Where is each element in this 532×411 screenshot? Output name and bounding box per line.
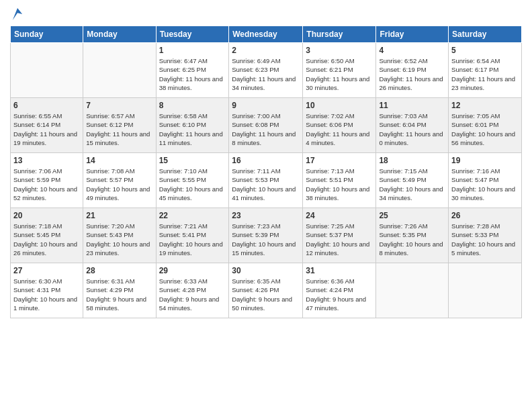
- day-number: 19: [451, 156, 519, 165]
- calendar-cell: 23Sunrise: 7:23 AM Sunset: 5:39 PM Dayli…: [229, 208, 303, 263]
- day-info: Sunrise: 7:10 AM Sunset: 5:55 PM Dayligh…: [159, 167, 226, 202]
- day-number: 27: [13, 266, 80, 275]
- calendar-cell: 24Sunrise: 7:25 AM Sunset: 5:37 PM Dayli…: [303, 208, 376, 263]
- day-info: Sunrise: 7:06 AM Sunset: 5:59 PM Dayligh…: [13, 167, 80, 202]
- week-row-3: 13Sunrise: 7:06 AM Sunset: 5:59 PM Dayli…: [11, 153, 522, 208]
- day-number: 20: [13, 211, 80, 220]
- calendar-cell: [11, 43, 83, 98]
- day-number: 21: [86, 211, 152, 220]
- day-number: 24: [306, 211, 373, 220]
- day-number: 23: [232, 211, 300, 220]
- day-number: 30: [232, 266, 300, 275]
- calendar-cell: 1Sunrise: 6:47 AM Sunset: 6:25 PM Daylig…: [156, 43, 229, 98]
- calendar-cell: 16Sunrise: 7:11 AM Sunset: 5:53 PM Dayli…: [229, 153, 303, 208]
- day-info: Sunrise: 7:11 AM Sunset: 5:53 PM Dayligh…: [232, 167, 300, 202]
- day-info: Sunrise: 6:35 AM Sunset: 4:26 PM Dayligh…: [232, 277, 300, 312]
- calendar-cell: 30Sunrise: 6:35 AM Sunset: 4:26 PM Dayli…: [229, 263, 303, 318]
- logo-text: [10, 7, 24, 21]
- day-number: 13: [13, 156, 80, 165]
- calendar-cell: 9Sunrise: 7:00 AM Sunset: 6:08 PM Daylig…: [229, 98, 303, 153]
- calendar-cell: 7Sunrise: 6:57 AM Sunset: 6:12 PM Daylig…: [83, 98, 156, 153]
- weekday-header-monday: Monday: [83, 26, 156, 43]
- day-info: Sunrise: 7:25 AM Sunset: 5:37 PM Dayligh…: [306, 222, 373, 257]
- day-info: Sunrise: 7:13 AM Sunset: 5:51 PM Dayligh…: [306, 167, 373, 202]
- day-number: 2: [232, 46, 300, 55]
- weekday-header-row: SundayMondayTuesdayWednesdayThursdayFrid…: [11, 26, 522, 43]
- day-info: Sunrise: 6:47 AM Sunset: 6:25 PM Dayligh…: [159, 56, 226, 92]
- day-number: 5: [451, 46, 519, 55]
- calendar-cell: [376, 263, 449, 318]
- day-number: 1: [159, 46, 226, 55]
- day-info: Sunrise: 7:23 AM Sunset: 5:39 PM Dayligh…: [232, 222, 300, 257]
- week-row-1: 1Sunrise: 6:47 AM Sunset: 6:25 PM Daylig…: [11, 43, 522, 98]
- day-info: Sunrise: 7:28 AM Sunset: 5:33 PM Dayligh…: [451, 222, 519, 257]
- day-number: 25: [379, 211, 445, 220]
- logo-area: [10, 7, 24, 21]
- day-number: 11: [379, 101, 445, 110]
- day-info: Sunrise: 6:57 AM Sunset: 6:12 PM Dayligh…: [86, 111, 152, 147]
- day-info: Sunrise: 6:50 AM Sunset: 6:21 PM Dayligh…: [306, 56, 373, 92]
- day-info: Sunrise: 6:52 AM Sunset: 6:19 PM Dayligh…: [379, 56, 445, 92]
- calendar-cell: 14Sunrise: 7:08 AM Sunset: 5:57 PM Dayli…: [83, 153, 156, 208]
- day-info: Sunrise: 6:33 AM Sunset: 4:28 PM Dayligh…: [159, 277, 226, 312]
- day-info: Sunrise: 6:58 AM Sunset: 6:10 PM Dayligh…: [159, 111, 226, 147]
- day-number: 17: [306, 156, 373, 165]
- calendar-cell: 15Sunrise: 7:10 AM Sunset: 5:55 PM Dayli…: [156, 153, 229, 208]
- day-number: 9: [232, 101, 300, 110]
- day-number: 28: [86, 266, 152, 275]
- calendar-cell: 5Sunrise: 6:54 AM Sunset: 6:17 PM Daylig…: [449, 43, 522, 98]
- week-row-2: 6Sunrise: 6:55 AM Sunset: 6:14 PM Daylig…: [11, 98, 522, 153]
- weekday-header-sunday: Sunday: [11, 26, 83, 43]
- day-number: 18: [379, 156, 445, 165]
- day-number: 10: [306, 101, 373, 110]
- day-info: Sunrise: 6:49 AM Sunset: 6:23 PM Dayligh…: [232, 56, 300, 92]
- calendar-cell: 28Sunrise: 6:31 AM Sunset: 4:29 PM Dayli…: [83, 263, 156, 318]
- weekday-header-wednesday: Wednesday: [229, 26, 303, 43]
- weekday-header-tuesday: Tuesday: [156, 26, 229, 43]
- day-number: 31: [306, 266, 373, 275]
- day-info: Sunrise: 6:31 AM Sunset: 4:29 PM Dayligh…: [86, 277, 152, 312]
- calendar-cell: 6Sunrise: 6:55 AM Sunset: 6:14 PM Daylig…: [11, 98, 83, 153]
- calendar-cell: [449, 263, 522, 318]
- day-info: Sunrise: 7:05 AM Sunset: 6:01 PM Dayligh…: [451, 111, 519, 147]
- day-info: Sunrise: 7:26 AM Sunset: 5:35 PM Dayligh…: [379, 222, 445, 257]
- day-info: Sunrise: 6:36 AM Sunset: 4:24 PM Dayligh…: [306, 277, 373, 312]
- day-info: Sunrise: 7:00 AM Sunset: 6:08 PM Dayligh…: [232, 111, 300, 147]
- day-info: Sunrise: 6:54 AM Sunset: 6:17 PM Dayligh…: [451, 56, 519, 92]
- calendar-cell: 17Sunrise: 7:13 AM Sunset: 5:51 PM Dayli…: [303, 153, 376, 208]
- day-number: 14: [86, 156, 152, 165]
- day-info: Sunrise: 7:18 AM Sunset: 5:45 PM Dayligh…: [13, 222, 80, 257]
- day-number: 7: [86, 101, 152, 110]
- logo-bird-icon: [11, 7, 24, 21]
- calendar-cell: 11Sunrise: 7:03 AM Sunset: 6:04 PM Dayli…: [376, 98, 449, 153]
- header: [10, 7, 522, 21]
- calendar-cell: 22Sunrise: 7:21 AM Sunset: 5:41 PM Dayli…: [156, 208, 229, 263]
- day-info: Sunrise: 7:16 AM Sunset: 5:47 PM Dayligh…: [451, 167, 519, 202]
- day-info: Sunrise: 6:30 AM Sunset: 4:31 PM Dayligh…: [13, 277, 80, 312]
- day-number: 29: [159, 266, 226, 275]
- day-number: 4: [379, 46, 445, 55]
- day-info: Sunrise: 7:20 AM Sunset: 5:43 PM Dayligh…: [86, 222, 152, 257]
- day-number: 3: [306, 46, 373, 55]
- day-info: Sunrise: 6:55 AM Sunset: 6:14 PM Dayligh…: [13, 111, 80, 147]
- calendar-cell: 18Sunrise: 7:15 AM Sunset: 5:49 PM Dayli…: [376, 153, 449, 208]
- day-number: 26: [451, 211, 519, 220]
- calendar-cell: 29Sunrise: 6:33 AM Sunset: 4:28 PM Dayli…: [156, 263, 229, 318]
- calendar-cell: 25Sunrise: 7:26 AM Sunset: 5:35 PM Dayli…: [376, 208, 449, 263]
- weekday-header-thursday: Thursday: [303, 26, 376, 43]
- calendar-cell: 10Sunrise: 7:02 AM Sunset: 6:06 PM Dayli…: [303, 98, 376, 153]
- day-number: 8: [159, 101, 226, 110]
- calendar-cell: 19Sunrise: 7:16 AM Sunset: 5:47 PM Dayli…: [449, 153, 522, 208]
- day-number: 6: [13, 101, 80, 110]
- calendar-cell: [83, 43, 156, 98]
- svg-marker-0: [13, 8, 22, 20]
- day-info: Sunrise: 7:15 AM Sunset: 5:49 PM Dayligh…: [379, 167, 445, 202]
- calendar-cell: 2Sunrise: 6:49 AM Sunset: 6:23 PM Daylig…: [229, 43, 303, 98]
- weekday-header-saturday: Saturday: [449, 26, 522, 43]
- day-info: Sunrise: 7:02 AM Sunset: 6:06 PM Dayligh…: [306, 111, 373, 147]
- calendar-cell: 21Sunrise: 7:20 AM Sunset: 5:43 PM Dayli…: [83, 208, 156, 263]
- day-info: Sunrise: 7:08 AM Sunset: 5:57 PM Dayligh…: [86, 167, 152, 202]
- page: SundayMondayTuesdayWednesdayThursdayFrid…: [0, 0, 532, 411]
- calendar-cell: 3Sunrise: 6:50 AM Sunset: 6:21 PM Daylig…: [303, 43, 376, 98]
- day-number: 12: [451, 101, 519, 110]
